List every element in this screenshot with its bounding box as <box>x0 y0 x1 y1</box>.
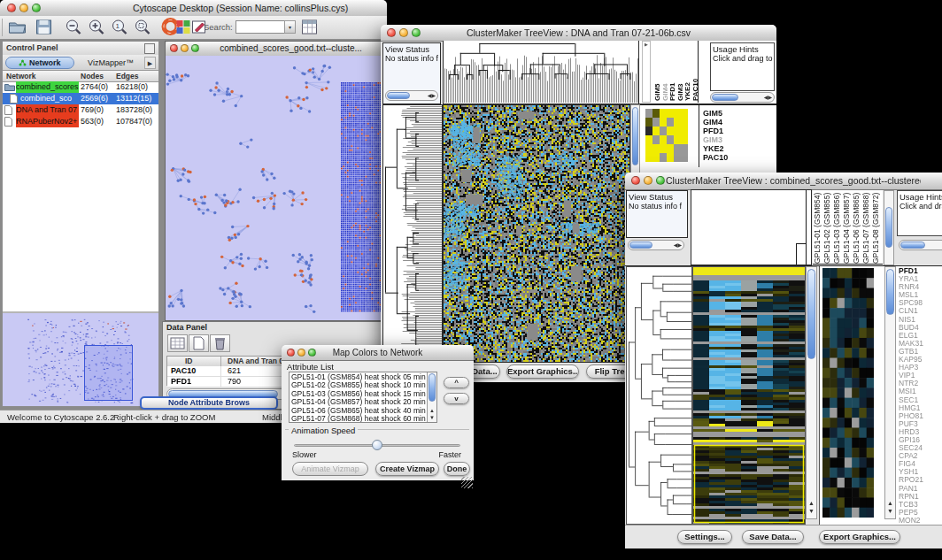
tv1-mini-scroll-strip[interactable]: ▶ <box>642 41 651 103</box>
col-network[interactable]: Network <box>6 71 36 81</box>
network-view-canvas[interactable] <box>166 56 384 320</box>
tv2-detail-vthumb[interactable] <box>886 269 894 315</box>
delete-attribute-icon[interactable] <box>210 334 230 352</box>
tv1-detail-cell[interactable] <box>674 127 681 135</box>
tv1-detail-row-label[interactable]: YKE2 <box>703 144 756 153</box>
attribute-list-varrows[interactable]: ▲▼ <box>429 407 435 421</box>
tv1-detail-row-label[interactable]: GIM3 <box>703 135 756 144</box>
save-icon[interactable] <box>34 18 57 37</box>
tv1-detail-cell[interactable] <box>667 153 674 162</box>
tv2-row-dendrogram[interactable] <box>626 266 692 525</box>
tv2-gene-label[interactable]: MAK31 <box>899 340 942 348</box>
tv1-detail-cell[interactable] <box>674 118 681 127</box>
new-attribute-icon[interactable] <box>189 334 209 352</box>
tv1-column-dendrogram[interactable] <box>443 41 639 104</box>
tab-network[interactable]: Network <box>5 57 74 69</box>
attribute-list-item[interactable]: GPL51-01 (GSM854) heat shock 05 min <box>290 373 426 381</box>
tv1-detail-row-label[interactable]: PAC10 <box>703 153 756 162</box>
network-frame-titlebar[interactable]: combined_scores_good.txt--cluste... <box>166 42 384 57</box>
tv2-gene-label[interactable]: MSI1 <box>899 387 942 395</box>
tv2-gene-label[interactable]: NTR2 <box>899 380 942 387</box>
tv1-detail-cell[interactable] <box>674 135 681 144</box>
tv1-row-dendrogram[interactable] <box>382 104 443 363</box>
frame-close-icon[interactable] <box>170 44 178 52</box>
col-edges[interactable]: Edges <box>116 71 139 81</box>
attribute-list-vthumb[interactable] <box>429 373 436 402</box>
tv2-gene-label[interactable]: VIP1 <box>899 372 942 380</box>
tv1-column-label[interactable]: GIM4 <box>661 44 669 101</box>
network-overview-panel[interactable] <box>3 311 158 408</box>
tv1-detail-cell[interactable] <box>667 144 674 153</box>
tv2-column-label[interactable]: GPL51-04 (GSM857) <box>842 191 852 264</box>
tv1-vs-arrows[interactable]: ◀▶ <box>428 92 436 98</box>
tv2-heat-vthumb[interactable] <box>807 269 815 359</box>
tv1-detail-cell[interactable] <box>674 109 681 118</box>
float-panel-icon[interactable] <box>144 43 155 54</box>
tv2-gene-label[interactable]: PHO81 <box>899 412 942 420</box>
tv1-detail-cell[interactable] <box>667 135 674 144</box>
tv2-gene-label[interactable]: PUF3 <box>899 420 942 428</box>
tv1-uh-thumb[interactable] <box>712 94 738 101</box>
dialog-titlebar[interactable]: Map Colors to Network <box>282 345 474 361</box>
main-titlebar[interactable]: Cytoscape Desktop (Session Name: collins… <box>0 0 387 17</box>
tv1-detail-cell[interactable] <box>674 153 681 162</box>
search-input[interactable] <box>236 20 285 34</box>
slider-thumb[interactable] <box>372 440 382 450</box>
tv2-column-label[interactable]: GPL51-08 (GSM872) <box>871 191 881 264</box>
tv1-detail-cell[interactable] <box>681 109 688 118</box>
tv1-detail-cell[interactable] <box>645 153 652 162</box>
frame-zoom-icon[interactable] <box>191 44 199 52</box>
tv1-detail-cell[interactable] <box>681 135 688 144</box>
tv1-detail-cell[interactable] <box>681 127 688 135</box>
tv2-gene-label[interactable]: YRA1 <box>899 275 942 283</box>
tv2-collabel-vthumb[interactable] <box>885 207 892 248</box>
attribute-browser-icon[interactable] <box>299 18 322 37</box>
tv2-column-label[interactable]: GPL51-06 (GSM865) <box>852 191 861 264</box>
tv1-column-label[interactable]: GIM5 <box>653 44 661 101</box>
tv1-vs-thumb[interactable] <box>387 92 410 99</box>
tv2-gene-label[interactable]: SPC98 <box>899 299 942 307</box>
tv1-detail-cell[interactable] <box>681 144 688 153</box>
tv2-gene-label[interactable]: ELG1 <box>899 332 942 340</box>
tv2-gene-label[interactable]: PEP5 <box>899 509 942 517</box>
tv2-gene-label[interactable]: HRD3 <box>899 428 942 436</box>
tv1-titlebar[interactable]: ClusterMaker TreeView : DNA and Tran 07-… <box>381 25 776 42</box>
dialog-resize-grip[interactable] <box>461 477 473 488</box>
tv2-column-dendrogram[interactable] <box>691 189 812 265</box>
attribute-list-vscrollbar[interactable]: ▲▼ <box>427 372 436 422</box>
animation-speed-slider[interactable] <box>294 439 460 451</box>
tv2-gene-label[interactable]: CPA2 <box>899 452 942 460</box>
tv2-titlebar[interactable]: ClusterMaker TreeView : combined_scores_… <box>625 173 942 190</box>
tv1-export-graphics-button[interactable]: Export Graphics... <box>506 364 579 379</box>
tab-overflow-icon[interactable]: ▶ <box>144 57 156 69</box>
tv2-gene-label[interactable]: MSL1 <box>899 291 942 299</box>
tv1-usage-hints-scrollbar[interactable]: ◀▶ <box>710 92 775 103</box>
network-row[interactable]: DNA and Tran 07769(0)183728(0) <box>3 104 158 116</box>
network-row[interactable]: combined_sco2569(6)13112(15) <box>3 93 158 104</box>
tv2-save-data-button[interactable]: Save Data... <box>742 530 804 544</box>
tv2-gene-label[interactable]: HMG1 <box>899 404 942 412</box>
tv2-column-label[interactable]: GPL51-03 (GSM856) <box>832 191 842 264</box>
tv2-gene-label[interactable]: SEC1 <box>899 396 942 404</box>
attribute-list-item[interactable]: GPL51-02 (GSM855) heat shock 10 min <box>290 381 426 389</box>
tv2-gene-label[interactable]: HAP3 <box>899 364 942 372</box>
attribute-list-item[interactable]: GPL51-06 (GSM865) heat shock 40 min <box>290 407 426 415</box>
tv1-detail-cell[interactable] <box>652 127 660 135</box>
tv2-gene-label[interactable]: PFD1 <box>899 267 942 275</box>
tv2-gene-label[interactable]: BUD4 <box>899 324 942 332</box>
annotation-icon[interactable] <box>189 18 212 37</box>
tv1-detail-cell[interactable] <box>667 109 674 118</box>
network-row[interactable]: combined_scores2764(0)16218(0) <box>3 81 158 93</box>
tv2-vs-thumb[interactable] <box>629 242 652 249</box>
tv2-collabel-vscrollbar[interactable] <box>884 190 894 265</box>
create-vizmap-button[interactable]: Create Vizmap <box>375 462 439 476</box>
tv2-close-icon[interactable] <box>631 176 640 185</box>
tv2-column-label[interactable]: GPL51-07 (GSM868) <box>861 191 871 264</box>
tv2-column-label[interactable]: GPL51-02 (GSM855) <box>822 191 832 264</box>
zoom-fit-icon[interactable]: 1 <box>110 18 133 37</box>
tv1-detail-row-label[interactable]: GIM4 <box>703 118 756 127</box>
animate-vizmap-button[interactable]: Animate Vizmap <box>292 462 368 476</box>
tv2-gene-label[interactable]: CLN1 <box>899 307 942 315</box>
tv2-view-status-scrollbar[interactable]: ◀▶ <box>628 240 684 250</box>
done-button[interactable]: Done <box>444 462 470 476</box>
